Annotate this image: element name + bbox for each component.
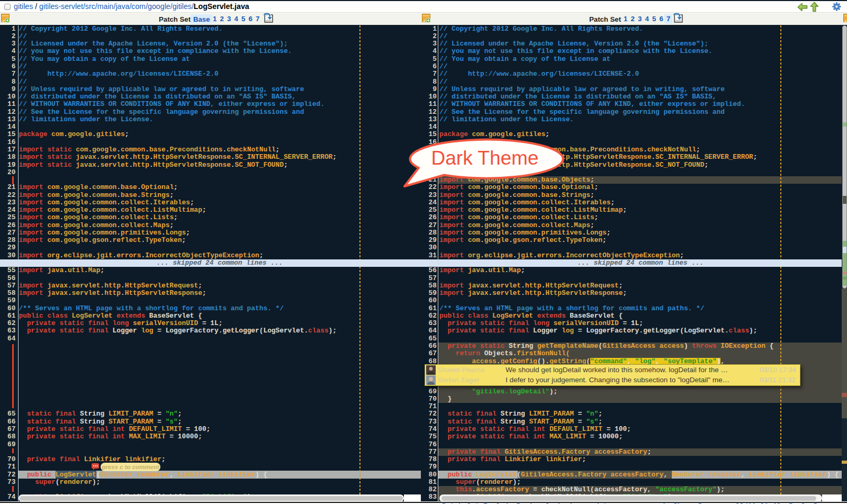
svg-text:Dark Theme: Dark Theme [431,147,539,169]
